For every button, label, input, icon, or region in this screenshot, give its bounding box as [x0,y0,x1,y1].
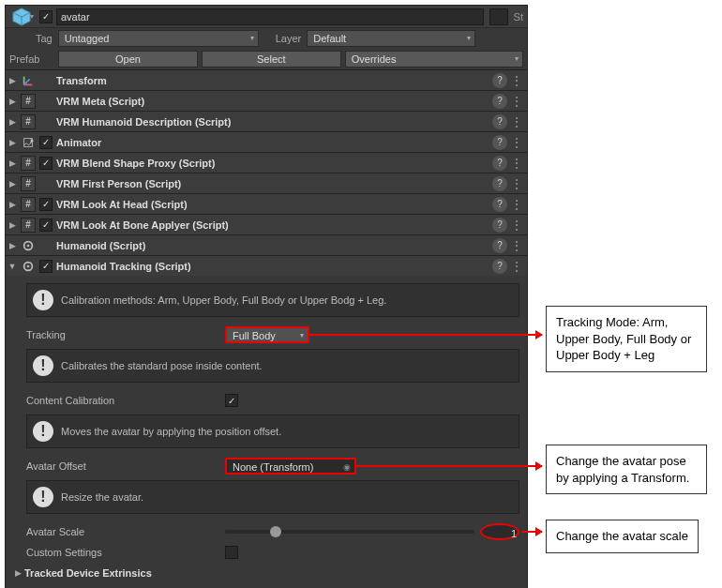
component-enabled-checkbox[interactable]: ✓ [39,157,53,170]
static-label: St [514,11,523,23]
component-name: VRM First Person (Script) [56,178,489,189]
component-header[interactable]: ▶#✓VRM Look At Bone Applyer (Script)?⋮ [6,214,527,234]
component-header[interactable]: ▶#✓VRM Look At Head (Script)?⋮ [6,193,527,214]
component-enabled-checkbox[interactable]: ✓ [39,260,53,273]
inspector-panel: ✓ avatar St Tag Untagged Layer Default P… [5,5,528,588]
component-name: Animator [56,137,489,148]
component-enabled-checkbox[interactable]: ✓ [39,219,53,232]
custom-settings-checkbox[interactable] [225,546,238,559]
component-enabled-checkbox[interactable]: ✓ [39,198,53,211]
component-header[interactable]: ▶✓Animator?⋮ [6,131,527,152]
info-resize: ! Resize the avatar. [26,480,519,514]
help-icon[interactable]: ? [492,135,507,150]
info-text: Calibrates the standard pose inside cont… [61,360,263,371]
script-icon: # [21,156,36,171]
help-icon[interactable]: ? [492,218,507,233]
foldout-icon[interactable]: ▶ [8,220,17,230]
tracking-dropdown[interactable]: Full Body [225,326,309,343]
component-header[interactable]: ▼✓Humanoid Tracking (Script)?⋮ [6,255,527,276]
annotation-arrow [309,334,542,336]
foldout-icon[interactable]: ▶ [8,117,17,127]
component-menu-icon[interactable]: ⋮ [511,157,525,170]
script-icon: # [21,218,36,233]
prefab-overrides-dropdown[interactable]: Overrides [345,51,523,68]
tracked-device-extrinsics[interactable]: ▶ Tracked Device Extrinsics [13,563,519,583]
annotation-tracking-mode: Tracking Mode: Arm, Upper Body, Full Bod… [546,306,707,372]
layer-dropdown[interactable]: Default [307,30,475,47]
component-menu-icon[interactable]: ⋮ [511,239,525,252]
help-icon[interactable]: ? [492,176,507,191]
foldout-icon[interactable]: ▶ [8,158,17,168]
foldout-icon[interactable]: ▶ [8,179,17,188]
object-name-field[interactable]: avatar [56,8,484,25]
prefab-open-button[interactable]: Open [58,51,198,68]
help-icon[interactable]: ? [492,114,507,129]
humanoid-tracking-body: ! Calibration methods: Arm, Upper Body, … [6,276,527,588]
help-icon[interactable]: ? [492,197,507,212]
foldout-icon[interactable]: ▶ [8,200,17,209]
foldout-icon[interactable]: ▶ [8,97,17,106]
info-icon: ! [33,355,53,376]
component-menu-icon[interactable]: ⋮ [511,95,525,108]
script-icon: # [21,176,36,191]
foldout-icon[interactable]: ▶ [8,138,17,147]
component-header[interactable]: ▶Humanoid (Script)?⋮ [6,234,527,255]
help-icon[interactable]: ? [492,156,507,171]
component-name: VRM Look At Bone Applyer (Script) [56,219,489,231]
component-menu-icon[interactable]: ⋮ [511,219,525,232]
component-menu-icon[interactable]: ⋮ [511,198,525,211]
help-icon[interactable]: ? [492,73,507,88]
slider-thumb[interactable] [270,526,281,537]
component-menu-icon[interactable]: ⋮ [511,115,525,128]
component-name: VRM Meta (Script) [56,96,489,107]
foldout-icon[interactable]: ▶ [8,76,17,85]
help-icon[interactable]: ? [492,94,507,109]
component-menu-icon[interactable]: ⋮ [511,74,525,87]
component-name: VRM Humanoid Description (Script) [56,116,489,128]
layer-label: Layer [276,33,302,44]
annotation-arrow [521,531,542,533]
tag-layer-row: Tag Untagged Layer Default [6,28,527,49]
component-menu-icon[interactable]: ⋮ [511,136,525,149]
gameobject-icon[interactable] [9,7,36,27]
active-checkbox[interactable]: ✓ [39,10,53,23]
component-header[interactable]: ▶#VRM Humanoid Description (Script)?⋮ [6,111,527,131]
foldout-icon[interactable]: ▶ [13,568,23,578]
avatar-scale-property: Avatar Scale 1 [13,521,519,542]
info-icon: ! [33,290,53,310]
avatar-scale-value[interactable]: 1 [480,523,519,540]
component-menu-icon[interactable]: ⋮ [511,177,525,190]
avatar-offset-field[interactable]: None (Transform) [225,458,356,475]
tracking-label: Tracking [13,329,225,340]
content-calibration-checkbox[interactable]: ✓ [225,394,238,407]
tracked-device-label: Tracked Device Extrinsics [23,567,234,579]
info-icon: ! [33,421,53,442]
component-header[interactable]: ▶#VRM Meta (Script)?⋮ [6,90,527,111]
component-header[interactable]: ▶#✓VRM Blend Shape Proxy (Script)?⋮ [6,152,527,173]
content-calibration-property: Content Calibration ✓ [13,390,519,411]
prefab-label: Prefab [9,53,54,65]
component-name: VRM Blend Shape Proxy (Script) [56,158,489,169]
prefab-select-button[interactable]: Select [202,51,341,68]
component-menu-icon[interactable]: ⋮ [511,260,525,273]
info-text: Resize the avatar. [61,491,143,503]
help-icon[interactable]: ? [492,238,507,253]
annotation-avatar-scale: Change the avatar scale [546,520,699,553]
foldout-icon[interactable]: ▶ [8,241,17,250]
component-header[interactable]: ▶Transform?⋮ [6,69,527,90]
content-calibration-label: Content Calibration [13,395,225,406]
component-enabled-checkbox[interactable]: ✓ [39,136,53,149]
component-header[interactable]: ▶#VRM First Person (Script)?⋮ [6,173,527,193]
avatar-scale-slider[interactable] [225,530,474,534]
tag-dropdown[interactable]: Untagged [58,30,259,47]
component-name: Transform [56,75,489,86]
gear-icon [21,259,36,274]
svg-point-10 [27,264,30,267]
help-icon[interactable]: ? [492,259,507,274]
component-name: Humanoid Tracking (Script) [56,261,489,272]
component-name: VRM Look At Head (Script) [56,199,489,210]
info-standard-pose: ! Calibrates the standard pose inside co… [26,349,519,383]
static-checkbox[interactable] [489,8,508,25]
anim-icon [21,135,36,150]
foldout-icon[interactable]: ▼ [8,262,17,271]
